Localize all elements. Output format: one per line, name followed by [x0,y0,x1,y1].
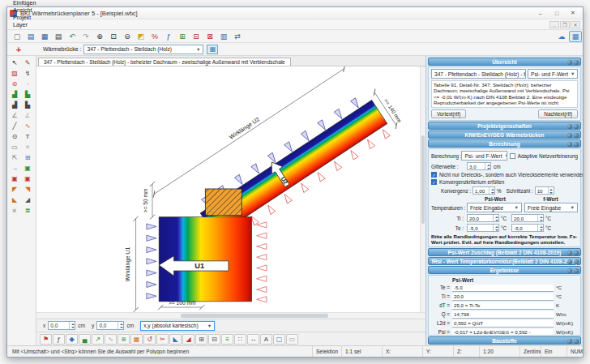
line-tool-icon[interactable]: ╱ [8,121,21,131]
text-tool-icon[interactable]: T [21,131,34,142]
panel-header-projekteigenschaften[interactable]: Projekteigenschaften [428,122,581,130]
te-psi-input[interactable]: -5,0 [467,224,499,232]
panel-pin-icon[interactable] [567,60,572,65]
panel-header-kfw[interactable]: KfW/EnEV/GEG Wärmebrücken [428,131,581,139]
panel-header-psi-zuschlag[interactable]: Psi-Wert Zuschlag (Beiblatt 2 DIN 4108-2… [428,248,581,256]
move-node-tool-icon[interactable]: ↯ [21,68,34,79]
zoom-out-icon[interactable]: ⊖ [121,31,134,42]
konv-input[interactable]: 1,00 [472,186,495,195]
document-tab[interactable]: 347 - Pfettendach - Steildach (Holz) - b… [38,58,291,66]
sync-icon[interactable]: ⇄ [231,31,244,42]
te-f-input[interactable]: -5,0 [511,224,544,232]
viereck-checkbox[interactable]: ✓ [431,172,437,178]
align-tool-icon[interactable]: ⇱ [8,152,21,163]
report-delete-icon[interactable]: ⊠ [203,31,216,42]
assign-material-icon[interactable]: ◩ [135,31,148,42]
menu-item[interactable]: Ansicht [9,6,57,14]
horizontal-scroll-thumb[interactable] [181,314,328,318]
panel-pin-icon[interactable] [567,251,572,255]
f-value-icon[interactable]: ƒ [162,31,175,42]
save-icon[interactable]: ▦ [38,31,51,42]
measure2-tool-icon[interactable]: ∠ [21,110,34,121]
label-abc-icon[interactable]: A [260,334,272,345]
view-lines-icon[interactable]: ≡ [221,334,233,345]
panel-pin-icon[interactable] [567,133,572,138]
bridge-table-icon[interactable]: ▦ [207,45,218,54]
panel-collapse-icon[interactable] [574,339,579,344]
minimize-button[interactable]: – [533,9,548,18]
link-icon[interactable]: ∿ [105,334,117,345]
panel-pin-icon[interactable] [567,259,572,264]
panel-pin-icon[interactable] [567,339,572,344]
gitter-input[interactable]: 3,0 [467,162,491,170]
horizontal-scrollbar[interactable] [36,312,425,319]
save-project-icon[interactable]: ▤ [24,31,37,42]
nachtext-button[interactable]: Nachtext(rtf) [538,109,578,118]
konvergenz-checkbox[interactable]: ✓ [431,179,437,185]
spline-tool-icon[interactable]: ∿ [21,121,34,131]
detail-select[interactable]: 347 - Pfettendach - Steildach (Holz) - b… [431,69,526,79]
isotherm-icon[interactable]: ≋ [118,334,130,345]
blank-icon[interactable]: ▭ [286,334,298,345]
select-tool-icon[interactable]: ↖ [8,58,21,68]
material-add2-icon[interactable]: ▙ [21,89,34,100]
panel-header-uebersicht[interactable]: Übersicht [428,58,581,66]
view-mirror-icon[interactable]: ⊟ [208,334,220,345]
add-bridge-icon[interactable]: + [12,45,25,54]
frame-red2-icon[interactable]: ▣ [21,173,34,184]
calc-mode-select[interactable]: Psi- und F-Wert▼ [461,151,507,161]
x-spinner[interactable] [69,322,75,329]
function-icon[interactable]: ƒ [53,334,65,345]
material-dark2-icon[interactable]: ▙ [21,100,34,110]
rotate-icon[interactable]: ↺ [143,334,156,345]
adaptive-checkbox[interactable] [510,153,515,159]
rect-tool-icon[interactable]: ▭ [8,142,21,152]
schritt-spinner[interactable] [548,187,554,194]
panel-collapse-icon[interactable] [574,142,579,147]
menu-item[interactable]: Projekt [9,14,57,21]
report-remove-icon[interactable]: ⊟ [190,31,203,42]
panel-collapse-icon[interactable] [574,259,579,264]
diamond-icon[interactable]: ◆ [66,334,78,345]
new-document-icon[interactable]: ▢ [11,31,24,42]
copy-layer-icon[interactable]: ⊞ [21,152,34,163]
panel-pin-icon[interactable] [567,142,572,147]
report-view-icon[interactable]: ▥ [217,31,230,42]
legend-tool-icon[interactable]: ≣ [21,205,34,216]
measure-tool-icon[interactable]: ∠ [8,110,21,121]
vertical-scrollbar[interactable] [420,66,425,312]
psi-percent-icon[interactable]: % [148,31,161,42]
corner-icon[interactable]: ◣ [169,334,182,345]
panel-collapse-icon[interactable] [574,268,579,273]
ti-psi-spinner[interactable] [493,215,498,221]
view-grid-icon[interactable]: ∷ [234,334,246,345]
menu-item[interactable]: Layer [9,21,57,28]
corner-dark-icon[interactable]: ◢ [21,195,34,205]
te-f-spinner[interactable] [537,225,543,231]
zoom-in-icon[interactable]: ⊕ [93,31,106,42]
select-area-icon[interactable]: ▢ [273,334,285,345]
flow-arrow-icon[interactable]: → [8,163,21,173]
material-dark-icon[interactable]: ▟ [8,100,21,110]
terrain-icon[interactable]: ▄ [79,334,91,345]
panel-pin-icon[interactable] [567,124,572,129]
undo-icon[interactable]: ↶ [66,31,79,42]
mdi-restore-button[interactable]: ❐ [560,21,570,28]
chart-icon[interactable]: ↗ [92,334,104,345]
cloud-upload-icon[interactable]: ☁ [555,31,568,42]
panel-pin-icon[interactable] [567,268,572,273]
vortext-button[interactable]: Vortext(rtf) [431,109,466,118]
view-dims-icon[interactable]: ↔ [247,334,259,345]
panel-header-baustoffe[interactable]: Baustoffe [428,336,581,345]
close-button[interactable]: ✕ [566,9,580,18]
menu-item[interactable]: Einfügen [9,0,57,6]
point-tool-icon[interactable]: ∙ [21,79,34,89]
mode-select[interactable]: Psi- und F-Wert▼ [528,69,578,79]
heatmap-icon[interactable]: ▦ [130,334,143,345]
panel-header-frsi[interactable]: fRsi - Wert Temperaturkorrektur(Beiblatt… [428,257,581,265]
ti-f-spinner[interactable] [537,215,543,221]
material-add-icon[interactable]: ▟ [8,89,21,100]
gitter-spinner[interactable] [485,163,490,169]
redo-icon[interactable]: ↷ [79,31,92,42]
maximize-button[interactable]: □ [549,9,564,18]
